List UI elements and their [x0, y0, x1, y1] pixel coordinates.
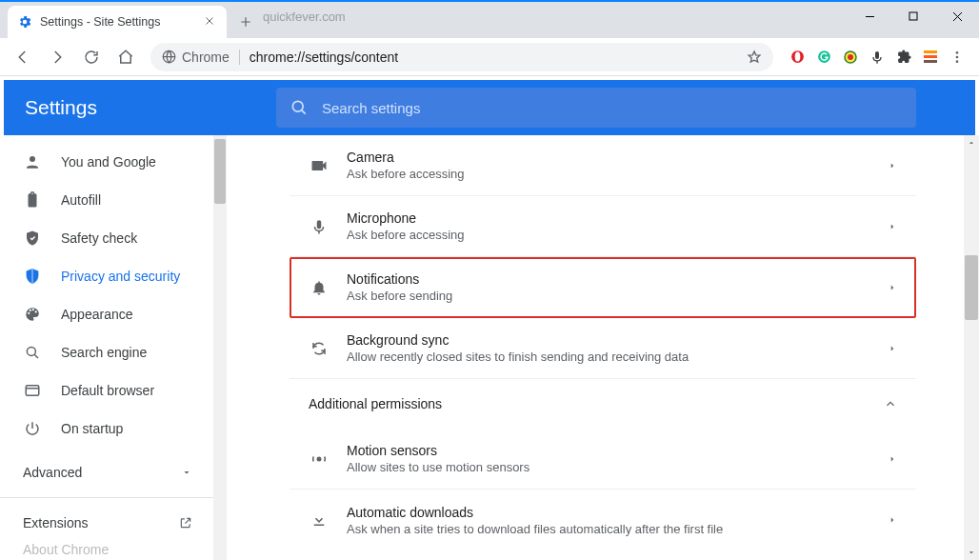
extensions-puzzle-icon[interactable] — [895, 49, 912, 66]
sidebar-item-default-browser[interactable]: Default browser — [0, 371, 227, 410]
permission-subtitle: Ask before sending — [347, 289, 870, 303]
address-bar[interactable]: Chrome chrome://settings/content — [150, 43, 773, 71]
tab-title: Settings - Site Settings — [40, 15, 196, 29]
browser-toolbar: Chrome chrome://settings/content — [0, 38, 979, 76]
reload-button[interactable] — [76, 42, 107, 72]
svg-point-12 — [956, 55, 959, 58]
sidebar-item-appearance[interactable]: Appearance — [0, 295, 227, 333]
sidebar-item-label: Appearance — [61, 307, 133, 322]
settings-search-input[interactable] — [322, 100, 903, 116]
back-button[interactable] — [8, 42, 38, 72]
settings-header: Settings — [4, 80, 975, 135]
window-titlebar: Settings - Site Settings quickfever.com — [0, 0, 979, 38]
sidebar-item-startup[interactable]: On startup — [0, 410, 227, 448]
chrome-menu-icon[interactable] — [949, 49, 966, 66]
minimize-button[interactable] — [848, 2, 891, 30]
chevron-right-icon — [888, 222, 897, 231]
sidebar-scrollbar-thumb[interactable] — [214, 139, 226, 204]
browser-tab-active[interactable]: Settings - Site Settings — [8, 6, 227, 38]
ext-icon-misc[interactable] — [922, 49, 939, 66]
permission-title: Microphone — [347, 210, 870, 226]
sidebar-item-label: Search engine — [61, 345, 147, 360]
mic-icon — [309, 218, 330, 235]
home-button[interactable] — [110, 42, 141, 72]
close-window-button[interactable] — [935, 2, 979, 30]
motion-icon — [309, 450, 330, 469]
bookmark-star-icon[interactable] — [747, 50, 762, 65]
scroll-up-arrow-icon[interactable] — [964, 135, 979, 150]
permission-subtitle: Ask when a site tries to download files … — [347, 522, 870, 536]
sidebar-item-search[interactable]: Search engine — [0, 333, 227, 371]
sidebar-extensions-label: Extensions — [23, 515, 88, 530]
site-info-label: Chrome — [182, 50, 230, 65]
extension-icons — [783, 49, 971, 66]
shield-icon — [23, 268, 42, 285]
tab-close-icon[interactable] — [204, 15, 217, 29]
svg-point-14 — [292, 101, 303, 111]
download-icon — [309, 511, 330, 529]
sidebar-item-you[interactable]: You and Google — [0, 143, 227, 181]
sidebar-item-safety[interactable]: Safety check — [0, 219, 227, 257]
sidebar-scrollbar[interactable] — [213, 135, 227, 560]
svg-point-16 — [27, 347, 35, 355]
permission-title: Camera — [347, 150, 870, 165]
camera-icon — [309, 156, 330, 175]
sidebar-about-link[interactable]: About Chrome — [0, 542, 227, 560]
sidebar-about-label: About Chrome — [23, 542, 109, 557]
permission-row-notifications[interactable]: Notifications Ask before sending — [290, 257, 916, 318]
new-tab-button[interactable] — [232, 9, 259, 35]
permission-row-camera[interactable]: Camera Ask before accessing — [290, 135, 916, 196]
permissions-list: Camera Ask before accessing Microphone A… — [290, 135, 916, 550]
sidebar-item-autofill[interactable]: Autofill — [0, 181, 227, 219]
additional-permissions-toggle[interactable]: Additional permissions — [290, 379, 916, 429]
permission-subtitle: Ask before accessing — [347, 228, 870, 242]
settings-content: Camera Ask before accessing Microphone A… — [227, 135, 979, 560]
svg-point-18 — [317, 457, 320, 460]
svg-point-11 — [956, 51, 959, 54]
sidebar-item-label: Autofill — [61, 192, 101, 208]
forward-button[interactable] — [42, 42, 72, 72]
shield-check-icon — [23, 230, 42, 247]
magnify-icon — [23, 344, 42, 361]
sidebar-item-label: Safety check — [61, 230, 137, 246]
svg-point-7 — [848, 54, 853, 60]
permission-title: Background sync — [347, 332, 870, 348]
ext-icon-grammarly[interactable] — [815, 49, 832, 66]
omnibox-url: chrome://settings/content — [250, 50, 398, 65]
open-external-icon — [179, 516, 192, 530]
sidebar-divider — [0, 497, 227, 498]
chevron-up-icon — [884, 397, 897, 410]
site-info-chip[interactable]: Chrome — [162, 50, 230, 65]
omnibox-divider — [239, 50, 240, 65]
sidebar-item-label: Privacy and security — [61, 269, 180, 284]
content-scrollbar-thumb[interactable] — [965, 255, 978, 320]
maximize-button[interactable] — [891, 2, 935, 30]
ext-icon-idm[interactable] — [842, 49, 859, 66]
permission-title: Automatic downloads — [347, 505, 870, 520]
permission-row-motion[interactable]: Motion sensors Allow sites to use motion… — [290, 429, 916, 490]
palette-icon — [23, 306, 42, 323]
svg-rect-0 — [909, 12, 917, 20]
permission-row-microphone[interactable]: Microphone Ask before accessing — [290, 196, 916, 257]
sidebar-extensions-link[interactable]: Extensions — [0, 504, 227, 542]
mic-icon[interactable] — [869, 49, 886, 66]
settings-sidebar: You and Google Autofill Safety check Pri… — [0, 135, 227, 560]
sidebar-item-label: Default browser — [61, 383, 154, 398]
person-icon — [23, 153, 42, 170]
svg-point-3 — [794, 52, 800, 62]
permission-row-bgsync[interactable]: Background sync Allow recently closed si… — [290, 318, 916, 379]
svg-rect-17 — [26, 386, 39, 396]
svg-point-15 — [30, 156, 35, 162]
sidebar-item-privacy[interactable]: Privacy and security — [0, 257, 227, 295]
svg-rect-9 — [924, 55, 937, 58]
content-scrollbar[interactable] — [964, 135, 979, 560]
sidebar-item-label: On startup — [61, 421, 123, 436]
clipboard-icon — [23, 191, 42, 209]
permission-row-autodl[interactable]: Automatic downloads Ask when a site trie… — [290, 490, 916, 550]
settings-gear-icon — [17, 14, 32, 30]
ext-icon-opera[interactable] — [789, 49, 806, 66]
scroll-down-arrow-icon[interactable] — [964, 545, 979, 560]
sidebar-advanced-toggle[interactable]: Advanced — [0, 453, 227, 491]
settings-search[interactable] — [276, 88, 916, 128]
svg-rect-8 — [924, 50, 937, 53]
